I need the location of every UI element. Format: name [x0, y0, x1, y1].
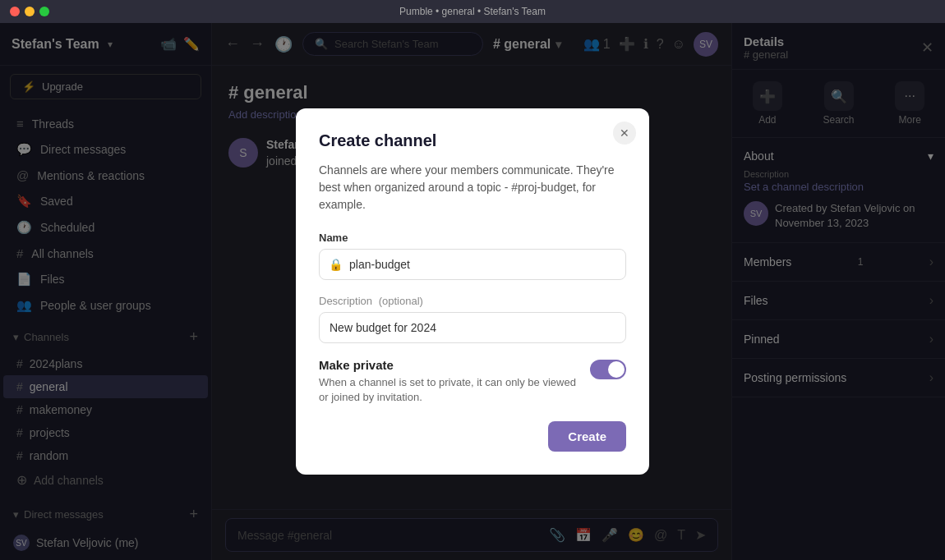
description-form-group: Description (optional)	[319, 295, 626, 343]
modal-footer: Create	[319, 421, 626, 452]
name-input[interactable]	[319, 249, 626, 280]
modal-close-button[interactable]: ✕	[613, 122, 636, 145]
name-label: Name	[319, 232, 626, 244]
toggle-info: Make private When a channel is set to pr…	[319, 358, 590, 405]
minimize-dot[interactable]	[25, 7, 35, 16]
modal-description: Channels are where your members communic…	[319, 162, 626, 213]
close-dot[interactable]	[10, 7, 20, 16]
create-button[interactable]: Create	[548, 421, 626, 452]
description-input[interactable]	[319, 312, 626, 343]
make-private-toggle[interactable]	[590, 360, 626, 379]
modal-overlay: Create channel ✕ Channels are where your…	[0, 23, 945, 560]
toggle-knob	[608, 361, 625, 378]
create-channel-modal: Create channel ✕ Channels are where your…	[296, 108, 649, 475]
window-title: Pumble • general • Stefan's Team	[399, 6, 546, 17]
window-controls[interactable]	[10, 7, 49, 16]
make-private-desc: When a channel is set to private, it can…	[319, 375, 577, 405]
modal-title: Create channel	[319, 131, 626, 150]
maximize-dot[interactable]	[39, 7, 49, 16]
description-label: Description (optional)	[319, 295, 626, 307]
name-input-wrapper: 🔒	[319, 249, 626, 280]
make-private-title: Make private	[319, 358, 577, 372]
lock-icon: 🔒	[329, 258, 343, 271]
make-private-row: Make private When a channel is set to pr…	[319, 358, 626, 405]
optional-text: (optional)	[379, 295, 423, 307]
name-form-group: Name 🔒	[319, 232, 626, 280]
titlebar: Pumble • general • Stefan's Team	[0, 0, 945, 23]
